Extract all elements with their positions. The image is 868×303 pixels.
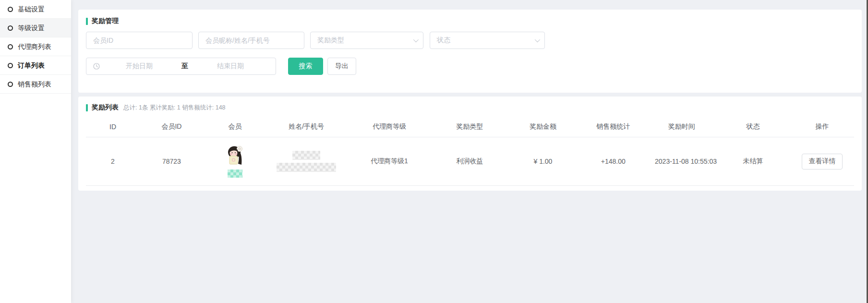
clock-icon — [93, 63, 100, 70]
cell-name-phone — [266, 151, 346, 172]
member-avatar-image — [226, 145, 244, 167]
reward-table: ID 会员ID 会员 姓名/手机号 代理商等级 奖励类型 奖励金额 销售额统计 … — [86, 117, 854, 186]
radio-circle-icon — [8, 63, 13, 68]
member-name-input[interactable] — [198, 32, 304, 49]
column-header-reward-amount: 奖励金额 — [507, 122, 579, 131]
filter-row-1: 奖励类型 状态 — [86, 32, 854, 49]
member-id-input[interactable] — [86, 32, 193, 49]
search-button[interactable]: 搜索 — [288, 58, 323, 75]
export-button[interactable]: 导出 — [327, 58, 356, 75]
status-select-placeholder: 状态 — [437, 36, 450, 45]
radio-circle-icon — [8, 82, 13, 87]
radio-circle-icon — [8, 25, 13, 31]
phone-blurred — [277, 163, 336, 172]
column-header-status: 状态 — [716, 122, 790, 131]
accent-bar — [86, 104, 88, 111]
column-header-reward-time: 奖励时间 — [648, 122, 716, 131]
cell-id: 2 — [86, 158, 140, 165]
cell-member-id: 78723 — [140, 158, 204, 165]
reward-type-select-placeholder: 奖励类型 — [317, 36, 344, 45]
list-summary: 总计: 1条 累计奖励: 1 销售额统计: 148 — [123, 103, 226, 112]
column-header-name-phone: 姓名/手机号 — [266, 122, 346, 131]
cell-actions: 查看详情 — [790, 154, 854, 170]
sidebar-item-level-settings[interactable]: 等级设置 — [0, 19, 71, 37]
sidebar-item-agent-list[interactable]: 代理商列表 — [0, 37, 71, 56]
column-header-reward-type: 奖励类型 — [433, 122, 507, 131]
view-details-button[interactable]: 查看详情 — [802, 154, 843, 170]
chevron-down-icon — [535, 37, 540, 42]
radio-circle-icon — [8, 44, 13, 49]
cell-reward-type: 利润收益 — [433, 157, 507, 166]
accent-bar — [86, 18, 88, 25]
sidebar-item-sales-list[interactable]: 销售额列表 — [0, 75, 71, 94]
table-row: 2 78723 — [86, 137, 854, 186]
sidebar: 基础设置 等级设置 代理商列表 订单列表 销售额列表 — [0, 0, 71, 303]
sidebar-item-label: 销售额列表 — [18, 81, 51, 87]
column-header-member-id: 会员ID — [140, 122, 204, 131]
cell-sales-total: +148.00 — [579, 158, 647, 165]
member-nickname-blurred — [228, 170, 242, 178]
cell-reward-time: 2023-11-08 10:55:03 — [648, 157, 716, 166]
reward-management-panel: 奖励管理 奖励类型 状态 开始日期 至 结束日期 — [78, 10, 862, 93]
chevron-down-icon — [413, 37, 419, 42]
reward-list-panel: 奖励列表 总计: 1条 累计奖励: 1 销售额统计: 148 ID 会员ID 会… — [78, 97, 862, 191]
column-header-id: ID — [86, 123, 140, 131]
panel-title: 奖励管理 — [92, 17, 119, 25]
name-blurred — [292, 151, 320, 160]
panel-header: 奖励列表 总计: 1条 累计奖励: 1 销售额统计: 148 — [86, 103, 854, 112]
cell-status: 未结算 — [716, 157, 790, 166]
sidebar-item-basic-settings[interactable]: 基础设置 — [0, 0, 71, 19]
panel-header: 奖励管理 — [86, 17, 854, 25]
column-header-member: 会员 — [204, 122, 266, 131]
date-range-picker[interactable]: 开始日期 至 结束日期 — [86, 58, 276, 75]
column-header-agent-level: 代理商等级 — [346, 122, 432, 131]
end-date-field[interactable]: 结束日期 — [191, 62, 270, 71]
filter-row-2: 开始日期 至 结束日期 搜索 导出 — [86, 58, 854, 75]
sidebar-item-label: 代理商列表 — [18, 43, 51, 50]
table-header-row: ID 会员ID 会员 姓名/手机号 代理商等级 奖励类型 奖励金额 销售额统计 … — [86, 117, 854, 137]
radio-circle-icon — [8, 7, 13, 12]
cell-agent-level: 代理商等级1 — [346, 157, 432, 166]
sidebar-item-label: 基础设置 — [18, 6, 45, 12]
sidebar-item-label: 等级设置 — [18, 24, 45, 31]
reward-type-select[interactable]: 奖励类型 — [310, 32, 423, 49]
status-select[interactable]: 状态 — [430, 32, 545, 49]
column-header-actions: 操作 — [790, 122, 854, 131]
panel-title: 奖励列表 — [92, 103, 119, 112]
sidebar-item-order-list[interactable]: 订单列表 — [0, 56, 71, 75]
column-header-sales-total: 销售额统计 — [579, 122, 647, 131]
main-content: 奖励管理 奖励类型 状态 开始日期 至 结束日期 — [71, 0, 867, 303]
date-separator-label: 至 — [179, 62, 191, 71]
cell-reward-amount: ¥ 1.00 — [507, 158, 579, 165]
sidebar-item-label: 订单列表 — [18, 62, 45, 69]
cell-member-avatar — [204, 145, 266, 178]
start-date-field[interactable]: 开始日期 — [100, 62, 179, 71]
